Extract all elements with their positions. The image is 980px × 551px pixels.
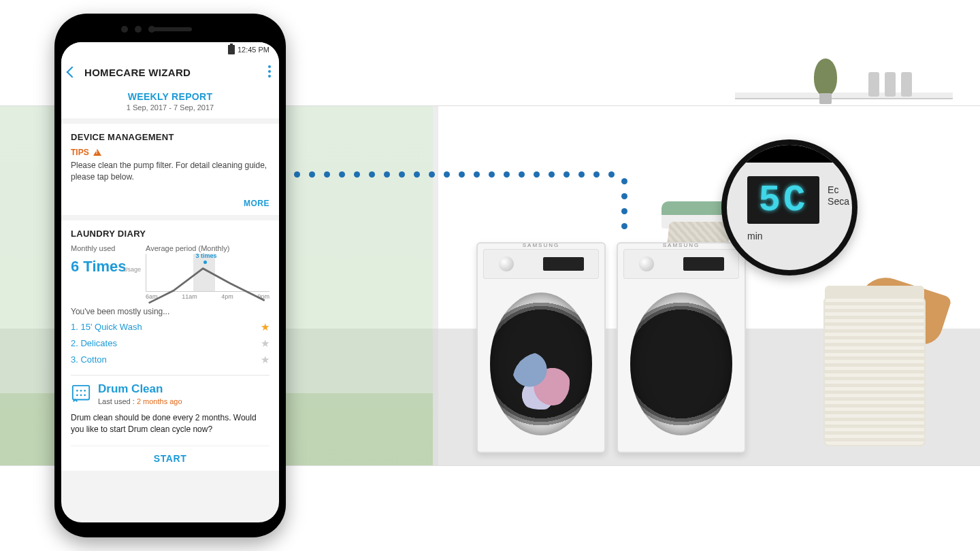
panel-side-labels: Ec Seca [828,184,849,207]
error-code: 5C [759,180,808,221]
warning-triangle-icon [93,149,101,156]
svg-point-6 [84,394,86,396]
error-code-display: 5C [747,176,819,224]
drum-clean-icon [71,384,91,404]
dial-knob-icon [499,256,514,271]
usage-sparkline-chart: Usage 3 times [146,254,270,292]
program-name: Cotton [80,354,106,365]
washer-door [490,293,592,435]
dial-knob-icon [639,256,654,271]
wall-shelf [735,93,953,99]
last-used-value: 2 months ago [137,397,182,405]
tips-label: TIPS [71,148,89,157]
svg-point-3 [84,390,86,392]
laundry-hamper [823,297,926,446]
battery-icon [228,45,235,54]
svg-point-4 [76,394,78,396]
laundry-diary-card: LAUNDRY DIARY Monthly used 6 Times Avera… [61,220,279,471]
shelf-jars [868,72,912,97]
appliance-brand: SAMSUNG [618,242,745,248]
svg-point-2 [80,390,82,392]
drum-clean-section: Drum Clean Last used : 2 months ago [71,382,270,405]
star-icon[interactable]: ★ [261,354,270,366]
dryer-door [630,293,732,435]
program-rank: 1. [71,322,78,332]
washer-display-icon [543,257,584,271]
smartphone-frame: 12:45 PM HOMECARE WIZARD WEEKLY REPORT 1… [54,14,286,537]
device-management-card: DEVICE MANAGEMENT TIPS Please clean the … [61,124,279,215]
program-rank: 2. [71,338,78,348]
panel-label-seca: Seca [828,196,849,207]
drum-clean-title: Drum Clean [98,382,182,396]
list-item[interactable]: 3. Cotton ★ [71,352,270,368]
program-ranking-list: 1. 15' Quick Wash ★ 2. Delicates ★ 3. Co… [71,319,270,368]
start-button[interactable]: START [71,446,270,464]
drum-clean-subtitle: Last used : 2 months ago [98,397,182,405]
monthly-used-label: Monthly used [71,244,139,252]
dryer-display-icon [683,257,724,271]
usage-ylabel: Usage [123,266,141,273]
weekly-date-range: 1 Sep, 2017 - 7 Sep, 2017 [61,103,279,112]
washing-machine: SAMSUNG [476,242,606,453]
program-name: Delicates [80,338,116,348]
program-name: 15' Quick Wash [80,322,142,332]
status-bar: 12:45 PM [61,42,279,57]
svg-point-1 [76,390,78,392]
laundry-diary-heading: LAUNDRY DIARY [71,229,270,239]
last-used-label: Last used : [98,397,135,405]
back-chevron-icon[interactable] [67,67,78,78]
connection-dots-vertical [621,178,627,246]
dryer-control-panel [623,249,739,279]
phone-sensors-icon [135,26,142,33]
washer-control-panel [483,249,599,279]
appliance-brand: SAMSUNG [478,242,604,248]
app-screen[interactable]: 12:45 PM HOMECARE WIZARD WEEKLY REPORT 1… [61,42,279,522]
phone-speaker-icon [148,27,192,31]
tips-row: TIPS [71,148,270,157]
app-title-bar: HOMECARE WIZARD [61,57,279,87]
status-time: 12:45 PM [238,46,270,54]
more-button[interactable]: MORE [71,199,270,208]
drum-clean-body: Drum clean should be done every 2 months… [71,412,270,436]
divider [71,375,270,375]
tip-text: Please clean the pump filter. For detail… [71,160,270,184]
error-code-magnifier: 5C Ec Seca min [721,139,858,276]
star-icon[interactable]: ★ [261,321,270,333]
program-rank: 3. [71,354,78,365]
svg-rect-0 [73,386,89,400]
panel-min-label: min [747,231,763,241]
star-icon[interactable]: ★ [261,337,270,350]
weekly-report-header: WEEKLY REPORT 1 Sep, 2017 - 7 Sep, 2017 [61,87,279,118]
overflow-menu-icon[interactable] [268,65,271,78]
panel-label-eco: Ec [828,184,849,196]
page-title: HOMECARE WIZARD [84,67,191,78]
avg-period-label: Average period (Monthly) [146,244,270,252]
list-item[interactable]: 2. Delicates ★ [71,335,270,352]
device-management-heading: DEVICE MANAGEMENT [71,132,270,142]
plant-icon [814,59,837,96]
svg-point-5 [80,394,82,396]
weekly-title: WEEKLY REPORT [61,91,279,102]
dryer-machine: SAMSUNG [617,242,746,453]
